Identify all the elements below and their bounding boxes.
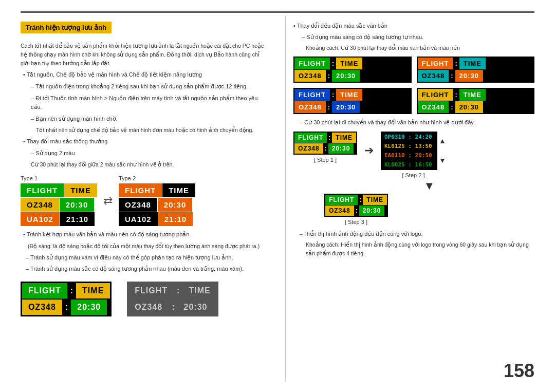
type2-flight: FLIGHT (119, 183, 162, 197)
para1: Cách tốt nhất để bảo vệ sản phẩm khỏi hi… (21, 42, 267, 67)
gw4-2030: 20:30 (455, 101, 483, 113)
main-page: Tránh hiện tượng lưu ảnh Cách tốt nhất đ… (0, 0, 555, 392)
right-sub1: Khoảng cách: Cứ 30 phút lại thay đổi màu… (293, 44, 534, 52)
bw2-colon2: : (170, 300, 176, 315)
type-comparison: Type 1 FLIGHT TIME OZ348 20:30 UA102 21:… (21, 175, 267, 226)
type2-ua102: UA102 (119, 212, 158, 226)
gw1-colon1: : (330, 58, 336, 69)
type1-widget: FLIGHT TIME OZ348 20:30 UA102 21:10 (21, 183, 97, 226)
type2-time: TIME (162, 183, 195, 197)
right-dash2: – Cứ 30 phút lại di chuyển và thay đổi v… (293, 118, 534, 127)
s1-colon2: : (324, 143, 328, 154)
grid-widget-1: FLIGHT : TIME OZ348 : 20:30 (293, 57, 412, 83)
type2-label: Type 2 (119, 175, 195, 181)
grid-widget-2: FLIGHT : TIME OZ348 : 20:30 (417, 57, 535, 83)
s3-colon2: : (355, 206, 359, 216)
step-arrow-right: ➔ (362, 144, 376, 157)
step3-widget: FLIGHT : TIME OZ348 : 20:30 (324, 194, 388, 217)
type1-ua102: UA102 (21, 212, 60, 226)
gw1-time: TIME (336, 58, 362, 69)
gw3-oz348: OZ348 (294, 101, 326, 113)
dash5: Tránh sử dụng màu xám vì điều này có thể… (21, 253, 267, 263)
s2-row2: KL0125 : 13:50 (382, 142, 436, 151)
gw1-oz348: OZ348 (294, 70, 326, 82)
right-column: Thay đổi đều đặn màu sắc văn bản Sử dụng… (288, 15, 534, 382)
bottom-widgets: FLIGHT : TIME OZ348 : 20:30 FLIGHT : TIM… (21, 282, 267, 316)
bullet3: Tránh kết hợp màu văn bản và màu nền có … (21, 230, 267, 239)
s3-flight: FLIGHT (325, 195, 358, 205)
arrow-up: ▲ (439, 137, 446, 145)
gw2-time: TIME (459, 58, 486, 69)
right-sub2: Khoảng cách: Hiển thị hình ảnh động cùng… (293, 240, 534, 258)
right-dash1: Sử dụng màu sáng có độ sáng tương tự nha… (293, 33, 534, 42)
gw4-time: TIME (459, 89, 486, 101)
page-number: 158 (504, 360, 534, 382)
dash1: Tắt nguồn điện trong khoảng 2 tiếng sau … (21, 82, 267, 91)
gw4-colon1: : (453, 89, 458, 101)
gw4-colon2: : (449, 101, 454, 113)
bw1-2030: 20:30 (71, 300, 107, 315)
gw4-oz348: OZ348 (418, 101, 449, 113)
left-column: Tránh hiện tượng lưu ảnh Cách tốt nhất đ… (21, 15, 283, 382)
type2-oz348: OZ348 (119, 198, 157, 212)
top-divider (21, 11, 534, 13)
gw3-flight: FLIGHT (294, 89, 330, 101)
vertical-divider (285, 15, 286, 382)
step1-label: [ Step 1 ] (314, 157, 337, 163)
s2-row3: EA0110 : 20:50 (382, 151, 436, 160)
gw2-oz348: OZ348 (418, 70, 449, 82)
type1-time: TIME (64, 183, 97, 197)
s3-2030: 20:30 (359, 206, 385, 216)
bw1-oz348: OZ348 (22, 300, 62, 315)
step1-widget: FLIGHT : TIME OZ348 : 20:30 (293, 132, 357, 155)
flight-grid: FLIGHT : TIME OZ348 : 20:30 FLIGHT : TIM… (293, 57, 534, 114)
bw2-flight: FLIGHT (128, 283, 174, 298)
sub2: Cứ 30 phút lại thay đổi giữa 2 màu sắc n… (21, 160, 267, 169)
swap-arrow: ⇄ (97, 194, 119, 208)
gw2-flight: FLIGHT (418, 58, 453, 69)
step2-label: [ Step 2 ] (402, 172, 424, 178)
type1-flight: FLIGHT (21, 183, 64, 197)
s2-row4: KL0025 : 16:50 (382, 160, 436, 169)
bw2-oz348: OZ348 (128, 300, 169, 315)
right-dash3: Hiển thị hình ảnh động đều đặn cùng với … (304, 231, 422, 237)
gw2-colon1: : (453, 58, 458, 69)
step1-block: FLIGHT : TIME OZ348 : 20:30 [ Step 1 ] (293, 132, 357, 163)
s1-flight: FLIGHT (294, 133, 327, 143)
gw3-colon1: : (330, 89, 336, 101)
type2-2110: 21:10 (158, 212, 193, 226)
bottom-widget2: FLIGHT : TIME OZ348 : 20:30 (127, 282, 218, 316)
bw2-2030: 20:30 (178, 300, 214, 315)
s1-time: TIME (332, 133, 356, 143)
gw2-2030: 20:30 (455, 70, 483, 82)
bottom-widget1: FLIGHT : TIME OZ348 : 20:30 (21, 282, 112, 316)
arrow-down: ▼ (439, 156, 446, 164)
gw2-colon2: : (449, 70, 454, 82)
s2-row1: OP0310 : 24:20 (382, 133, 436, 141)
s1-colon1: : (327, 133, 331, 143)
scroll-arrows: ▲ ▼ (437, 132, 446, 170)
s3-time: TIME (363, 195, 387, 205)
gw4-flight: FLIGHT (418, 89, 453, 101)
dash3: Bạn nên sử dụng màn hình chờ. (21, 115, 267, 124)
type2-widget: FLIGHT TIME OZ348 20:30 UA102 21:10 (119, 183, 195, 226)
gw1-colon2: : (326, 70, 331, 82)
dash6: Tránh sử dụng màu sắc có độ sáng tương p… (21, 265, 267, 274)
type2-2030: 20:30 (158, 198, 192, 212)
s3-oz348: OZ348 (325, 206, 354, 216)
section-heading: Tránh hiện tượng lưu ảnh (21, 22, 112, 33)
s1-2030: 20:30 (328, 143, 354, 154)
step3-block: FLIGHT : TIME OZ348 : 20:30 [ Step 3 ] (324, 194, 388, 225)
dash2: Đi tới Thuộc tính màn hình > Nguồn điện … (21, 94, 267, 112)
right-dash3-container: – Hiển thị hình ảnh động đều đặn cùng vớ… (293, 230, 534, 239)
bw1-colon2: : (63, 300, 70, 315)
step2-widget: OP0310 : 24:20 KL0125 : 13:50 EA0110 : 2… (381, 132, 437, 170)
gw1-flight: FLIGHT (294, 58, 330, 69)
bullet2: Thay đổi màu sắc thông thường (21, 137, 267, 146)
sub3: (Độ sáng: là độ sáng hoặc độ tối của một… (21, 242, 267, 251)
type2-block: Type 2 FLIGHT TIME OZ348 20:30 UA102 21:… (119, 175, 195, 226)
s1-oz348: OZ348 (294, 143, 323, 154)
step2-outer: OP0310 : 24:20 KL0125 : 13:50 EA0110 : 2… (381, 132, 446, 170)
bw1-flight: FLIGHT (22, 283, 67, 298)
type1-2030: 20:30 (60, 198, 94, 212)
